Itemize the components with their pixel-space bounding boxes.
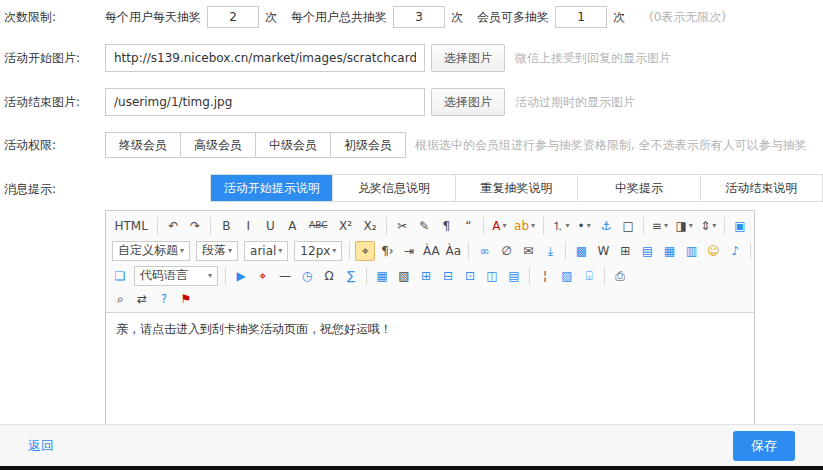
tab-activity-end[interactable]: 活动结束说明 xyxy=(701,175,822,201)
redo-icon[interactable]: ↷ xyxy=(185,216,205,236)
unlink-icon[interactable]: ∅ xyxy=(496,241,516,261)
screenshot-icon[interactable]: ⊞ xyxy=(615,241,635,261)
line-height-icon[interactable]: ⇕▾ xyxy=(697,216,719,236)
print-icon[interactable]: ⎙ xyxy=(610,266,630,286)
new-document-icon[interactable]: □ xyxy=(618,216,638,236)
date-time-icon[interactable]: ◷ xyxy=(297,266,317,286)
split-cells-icon[interactable]: ◫ xyxy=(482,266,502,286)
help-icon[interactable]: ? xyxy=(154,289,174,309)
paragraph-format-select[interactable]: 段落▾ xyxy=(196,241,238,261)
tab-redeem-info[interactable]: 兑奖信息说明 xyxy=(333,175,455,201)
activity-settings-form: 次数限制: 每个用户每天抽奖 次 每个用户总共抽奖 次 会员可多抽奖 次 (0表… xyxy=(0,0,823,427)
footer-bar: 返回 保存 xyxy=(0,424,823,466)
drafts-icon[interactable]: ⚑ xyxy=(176,289,196,309)
member-level-button-1[interactable]: 高级会员 xyxy=(180,132,256,158)
permissions-row: 活动权限: 终级会员 高级会员 中级会员 初级会员 根据选中的会员组进行参与抽奖… xyxy=(0,132,823,158)
back-link[interactable]: 返回 xyxy=(28,437,54,455)
music-icon[interactable]: ♪ xyxy=(725,241,745,261)
lowercase-icon[interactable]: Àa xyxy=(443,241,463,261)
horizontal-rule-icon[interactable]: — xyxy=(275,266,295,286)
blockquote-icon[interactable]: “ xyxy=(458,216,478,236)
font-border-icon[interactable]: A xyxy=(282,216,302,236)
code-language-select[interactable]: 代码语言▾ xyxy=(134,266,218,286)
editor-toolbar-row-1: HTML↶↷BIUAABCX²X₂✂✎¶“A▾ab▾⒈▾•▾⚓□≡▾◨▾⇕▾▣ xyxy=(109,213,751,238)
ordered-list-icon[interactable]: ⒈▾ xyxy=(549,216,572,236)
font-color-icon[interactable]: A▾ xyxy=(489,216,509,236)
subscript-icon[interactable]: X₂ xyxy=(359,216,382,236)
limits-label: 次数限制: xyxy=(4,9,105,26)
selection-cursor-icon[interactable]: ⌖ xyxy=(355,241,375,261)
insert-image-icon[interactable]: ▩ xyxy=(571,241,591,261)
source-icon[interactable]: HTML xyxy=(110,216,152,236)
insert-table-icon[interactable]: ▦ xyxy=(372,266,392,286)
fullscreen-icon[interactable]: ▣ xyxy=(730,216,750,236)
page-break-icon[interactable]: ¦ xyxy=(535,266,555,286)
member-level-button-3[interactable]: 初级会员 xyxy=(330,132,406,158)
italic-icon[interactable]: I xyxy=(238,216,258,236)
background-icon[interactable]: ▨ xyxy=(557,266,577,286)
auto-typeset-icon[interactable]: ¶ xyxy=(436,216,456,236)
table-header-icon[interactable]: ▥ xyxy=(681,241,701,261)
daily-limit-input[interactable] xyxy=(207,6,259,28)
extra-limit-input[interactable] xyxy=(555,6,607,28)
remove-format-icon[interactable]: ✂ xyxy=(392,216,412,236)
message-tabs: 活动开始提示说明 兑奖信息说明 重复抽奖说明 中奖提示 活动结束说明 xyxy=(210,174,823,202)
underline-icon[interactable]: U xyxy=(260,216,280,236)
formula-icon[interactable]: ∑ xyxy=(341,266,361,286)
uppercase-icon[interactable]: ÀA xyxy=(421,241,441,261)
font-size-select[interactable]: 12px▾ xyxy=(294,241,342,261)
end-image-input[interactable] xyxy=(105,88,425,116)
start-image-input[interactable] xyxy=(105,44,425,72)
merge-cells-icon[interactable]: ⊡ xyxy=(460,266,480,286)
save-button[interactable]: 保存 xyxy=(733,431,795,461)
font-family-select[interactable]: arial▾ xyxy=(244,241,288,261)
mail-icon[interactable]: ✉ xyxy=(518,241,538,261)
total-limit-input[interactable] xyxy=(393,6,445,28)
search-replace-icon[interactable]: ⇄ xyxy=(132,289,152,309)
extra-limit-unit: 次 xyxy=(613,9,625,26)
unordered-list-icon[interactable]: •▾ xyxy=(574,216,594,236)
insert-code-icon[interactable]: ❏ xyxy=(110,266,130,286)
tab-winning-tip[interactable]: 中奖提示 xyxy=(578,175,700,201)
align-icon[interactable]: ≡▾ xyxy=(649,216,671,236)
table-layout-icon[interactable]: ▤ xyxy=(637,241,657,261)
start-image-pick-button[interactable]: 选择图片 xyxy=(431,44,505,72)
direction-ltr-icon[interactable]: ¶› xyxy=(377,241,397,261)
video-icon[interactable]: ▶ xyxy=(231,266,251,286)
table-title-icon[interactable]: ▤ xyxy=(504,266,524,286)
table-grid-icon[interactable]: ▦ xyxy=(659,241,679,261)
anchor-icon[interactable]: ⚓ xyxy=(596,216,616,236)
link-icon[interactable]: ∞ xyxy=(474,241,494,261)
search-icon[interactable]: ⌕ xyxy=(110,289,130,309)
end-image-pick-button[interactable]: 选择图片 xyxy=(431,88,505,116)
map-icon[interactable]: ⌖ xyxy=(253,266,273,286)
template-icon[interactable]: ⌺ xyxy=(579,266,599,286)
undo-icon[interactable]: ↶ xyxy=(163,216,183,236)
delete-table-icon[interactable]: ▧ xyxy=(394,266,414,286)
custom-title-select[interactable]: 自定义标题▾ xyxy=(112,241,190,261)
member-level-button-0[interactable]: 终级会员 xyxy=(105,132,181,158)
toolbar-separator xyxy=(543,217,544,235)
total-limit-text: 每个用户总共抽奖 xyxy=(291,9,387,26)
strikethrough-icon[interactable]: ABC xyxy=(304,216,332,236)
word-image-icon[interactable]: W xyxy=(593,241,613,261)
download-icon[interactable]: ⤓ xyxy=(540,241,560,261)
total-limit-unit: 次 xyxy=(451,9,463,26)
tab-repeat-draw[interactable]: 重复抽奖说明 xyxy=(456,175,578,201)
bold-icon[interactable]: B xyxy=(216,216,236,236)
start-image-hint: 微信上接受到回复的显示图片 xyxy=(515,50,671,67)
format-brush-icon[interactable]: ✎ xyxy=(414,216,434,236)
background-color-icon[interactable]: ab▾ xyxy=(511,216,537,236)
superscript-icon[interactable]: X² xyxy=(334,216,357,236)
tab-activity-start-tip[interactable]: 活动开始提示说明 xyxy=(211,175,333,201)
member-level-button-2[interactable]: 中级会员 xyxy=(255,132,331,158)
insert-col-icon[interactable]: ⊟ xyxy=(438,266,458,286)
image-float-icon[interactable]: ◨▾ xyxy=(673,216,696,236)
special-chars-icon[interactable]: Ω xyxy=(319,266,339,286)
emoji-icon[interactable]: ☺ xyxy=(703,241,723,261)
insert-row-icon[interactable]: ⊞ xyxy=(416,266,436,286)
message-tips-row: 消息提示: 活动开始提示说明 兑奖信息说明 重复抽奖说明 中奖提示 活动结束说明 xyxy=(0,174,823,202)
indent-icon[interactable]: ⇥ xyxy=(399,241,419,261)
editor-content[interactable]: 亲，请点击进入到刮卡抽奖活动页面，祝您好运哦！ xyxy=(106,313,754,426)
daily-limit-text: 每个用户每天抽奖 xyxy=(105,9,201,26)
